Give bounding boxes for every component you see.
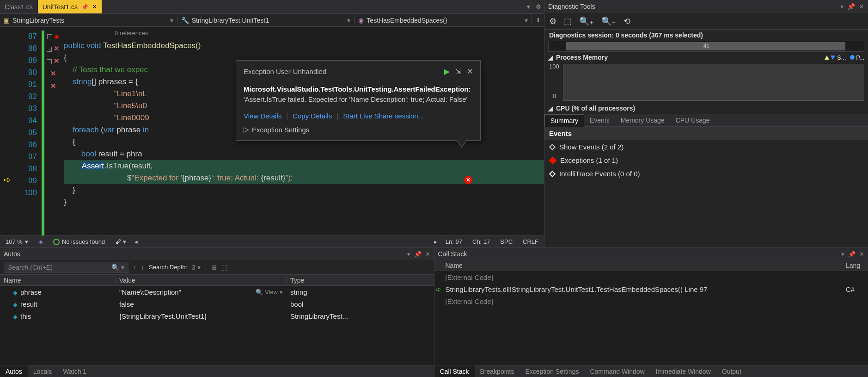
- table-row[interactable]: ◆phrase "Name\tDescription"🔍 View ▾ stri…: [0, 286, 434, 298]
- error-icon[interactable]: ✕: [464, 176, 472, 184]
- exception-icon: [549, 156, 557, 164]
- nav-namespace-label: StringLibraryTest.UnitTest1: [192, 17, 269, 24]
- tab-summary[interactable]: Summary: [544, 114, 584, 127]
- no-issues[interactable]: No issues found: [51, 238, 107, 245]
- tab-command-window[interactable]: Command Window: [584, 365, 650, 377]
- col-indicator[interactable]: Ch: 17: [471, 238, 492, 245]
- dropdown-icon[interactable]: ▾: [841, 251, 844, 258]
- tab-callstack[interactable]: Call Stack: [434, 365, 475, 377]
- autos-table-header: Name Value Type: [0, 275, 434, 286]
- tab-dropdown-icon[interactable]: ▾: [524, 0, 533, 13]
- stack-frame-row[interactable]: [External Code]: [434, 295, 868, 307]
- pin-icon[interactable]: 📌: [414, 251, 422, 258]
- tab-locals[interactable]: Locals: [28, 365, 57, 377]
- line-indicator[interactable]: Ln: 97: [444, 238, 464, 245]
- tab-immediate-window[interactable]: Immediate Window: [650, 365, 716, 377]
- tab-autos[interactable]: Autos: [0, 365, 28, 377]
- exception-type: Microsoft.VisualStudio.TestTools.UnitTes…: [244, 85, 471, 93]
- close-icon[interactable]: ✕: [467, 67, 473, 76]
- line-ending[interactable]: CRLF: [521, 238, 540, 245]
- search-depth-dropdown[interactable]: 3 ▾: [192, 264, 201, 271]
- nav-down-icon[interactable]: ↓: [141, 264, 144, 271]
- class-icon: ▣: [4, 17, 10, 24]
- select-tool-icon[interactable]: ⬚: [564, 16, 572, 26]
- exception-title: Exception User-Unhandled: [244, 68, 326, 75]
- format-icon[interactable]: ⬚: [221, 264, 227, 271]
- tab-breakpoints[interactable]: Breakpoints: [475, 365, 520, 377]
- health-icon[interactable]: ◈: [37, 238, 45, 245]
- table-row[interactable]: ◆this {StringLibraryTest.UnitTest1} Stri…: [0, 310, 434, 322]
- scroll-left-icon[interactable]: ◂: [134, 238, 138, 245]
- events-icon: [549, 143, 556, 150]
- search-input[interactable]: Search (Ctrl+E)🔍 ▾: [4, 262, 128, 273]
- scroll-right-icon[interactable]: ▸: [434, 238, 437, 245]
- diagnostics-tabs: Summary Events Memory Usage CPU Usage: [544, 114, 868, 127]
- close-icon[interactable]: ✕: [859, 251, 864, 258]
- memory-graph[interactable]: [563, 64, 864, 101]
- autos-search-row: Search (Ctrl+E)🔍 ▾ ↑ ↓ Search Depth: 3 ▾…: [0, 260, 434, 275]
- zoom-out-icon[interactable]: 🔍₋: [601, 16, 616, 26]
- close-icon[interactable]: ✕: [859, 3, 864, 10]
- process-memory-header[interactable]: ◢ Process Memory S... P...: [544, 52, 868, 63]
- close-icon[interactable]: ✕: [425, 251, 430, 258]
- pin-icon[interactable]: 📌: [848, 251, 856, 258]
- intellitrace-row[interactable]: IntelliTrace Events (0 of 0): [544, 167, 868, 180]
- close-icon[interactable]: ✕: [92, 3, 97, 10]
- zoom-in-icon[interactable]: 🔍₊: [579, 16, 594, 26]
- fold-icon[interactable]: -: [47, 47, 52, 52]
- tab-events[interactable]: Events: [584, 114, 615, 126]
- filter-icon[interactable]: ⊞: [211, 264, 217, 271]
- exceptions-row[interactable]: Exceptions (1 of 1): [544, 154, 868, 167]
- nav-method-dropdown[interactable]: ◉ TestHasEmbeddedSpaces() ▾: [355, 14, 532, 26]
- stack-frame-row[interactable]: ➪StringLibraryTests.dll!StringLibraryTes…: [434, 283, 868, 295]
- tab-memory[interactable]: Memory Usage: [615, 114, 670, 126]
- expand-icon: ◢: [548, 105, 553, 112]
- tab-output[interactable]: Output: [716, 365, 747, 377]
- reset-zoom-icon[interactable]: ⟲: [623, 16, 630, 26]
- nav-up-icon[interactable]: ↑: [133, 264, 136, 271]
- tab-watch[interactable]: Watch 1: [57, 365, 92, 377]
- brush-icon[interactable]: 🖌 ▾: [113, 238, 128, 245]
- stack-frame-row[interactable]: [External Code]: [434, 271, 868, 283]
- tab-cpu[interactable]: CPU Usage: [670, 114, 715, 126]
- pin-icon[interactable]: ⇲: [455, 67, 461, 76]
- nav-class-dropdown[interactable]: ▣ StringLibraryTests ▾: [0, 14, 177, 26]
- diagnostics-timeline[interactable]: 4s: [548, 41, 864, 52]
- gear-icon[interactable]: ⚙: [549, 16, 556, 26]
- view-details-link[interactable]: View Details: [244, 112, 281, 120]
- variable-icon: ◆: [13, 301, 18, 308]
- intellitrace-icon: [549, 170, 556, 177]
- diagnostics-header: Diagnostic Tools ▾ 📌 ✕: [544, 0, 868, 13]
- table-row[interactable]: ◆result false bool: [0, 298, 434, 310]
- show-events-row[interactable]: Show Events (2 of 2): [544, 140, 868, 154]
- tab-exception-settings[interactable]: Exception Settings: [520, 365, 584, 377]
- references-hint[interactable]: 0 references: [64, 30, 544, 40]
- fold-icon[interactable]: -: [47, 59, 52, 64]
- diagnostics-toolbar: ⚙ ⬚ 🔍₊ 🔍₋ ⟲: [544, 13, 868, 30]
- chevron-down-icon: ▾: [170, 17, 173, 24]
- tab-label: Class1.cs: [5, 3, 33, 11]
- nav-bar: ▣ StringLibraryTests ▾ 🔧 StringLibraryTe…: [0, 14, 544, 27]
- visualizer-button[interactable]: 🔍 View ▾: [256, 288, 283, 296]
- continue-icon[interactable]: ▶: [444, 67, 450, 76]
- file-tab-unittest1[interactable]: UnitTest1.cs 📌 ✕: [38, 0, 102, 13]
- live-share-link[interactable]: Start Live Share session...: [343, 112, 424, 120]
- zoom-level[interactable]: 107 % ▾: [4, 238, 30, 245]
- autos-header: Autos ▾📌✕: [0, 248, 434, 260]
- file-tab-class1[interactable]: Class1.cs: [0, 0, 38, 13]
- indent-mode[interactable]: SPC: [498, 238, 514, 245]
- fold-icon[interactable]: -: [47, 34, 52, 39]
- callstack-header: Call Stack ▾📌✕: [434, 248, 868, 260]
- gear-icon[interactable]: ⚙: [533, 0, 544, 13]
- nav-namespace-dropdown[interactable]: 🔧 StringLibraryTest.UnitTest1 ▾: [177, 14, 355, 26]
- copy-details-link[interactable]: Copy Details: [293, 112, 332, 120]
- dropdown-icon[interactable]: ▾: [840, 3, 844, 10]
- cpu-header[interactable]: ◢ CPU (% of all processors): [544, 103, 868, 114]
- dropdown-icon[interactable]: ▾: [407, 251, 410, 258]
- exception-settings-expander[interactable]: ▷ Exception Settings: [244, 125, 473, 134]
- split-icon[interactable]: ⬍: [532, 14, 544, 26]
- pin-icon[interactable]: 📌: [81, 4, 88, 10]
- pin-icon[interactable]: 📌: [847, 3, 855, 10]
- method-icon: ◉: [358, 17, 364, 24]
- tab-label: UnitTest1.cs: [43, 3, 78, 11]
